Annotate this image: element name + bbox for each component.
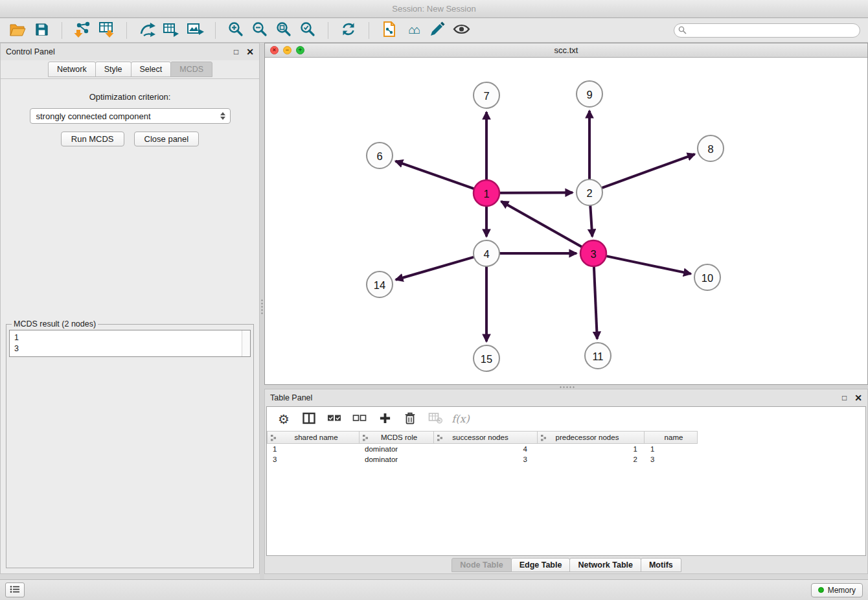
delete-column-button[interactable] bbox=[403, 411, 417, 427]
add-column-button[interactable] bbox=[378, 411, 392, 427]
table-row[interactable]: 3 dominator 3 2 3 bbox=[267, 454, 865, 465]
close-panel-button[interactable]: Close panel bbox=[134, 132, 200, 146]
zoom-fit-button[interactable] bbox=[274, 21, 293, 40]
export-table-button[interactable] bbox=[161, 21, 181, 40]
graph-node-label-1: 1 bbox=[483, 188, 489, 200]
task-history-button[interactable] bbox=[5, 583, 25, 597]
table-row[interactable]: 1 dominator 4 1 1 bbox=[267, 444, 865, 454]
deselect-all-icon bbox=[352, 413, 367, 424]
graph-node-label-11: 11 bbox=[592, 351, 603, 362]
import-table-button[interactable] bbox=[97, 21, 116, 40]
delete-table-button-disabled bbox=[428, 411, 442, 427]
network-graph[interactable]: 7968124314101511 bbox=[265, 58, 867, 384]
mcds-result-title: MCDS result (2 nodes) bbox=[12, 319, 98, 329]
splitter-handle[interactable] bbox=[260, 299, 264, 316]
network-window-title: scc.txt bbox=[265, 45, 867, 55]
column-sort-icon[interactable] bbox=[270, 434, 277, 443]
column-header-name[interactable]: name bbox=[645, 431, 698, 444]
graph-node-label-9: 9 bbox=[586, 89, 592, 100]
mcds-result-box[interactable]: 1 3 bbox=[9, 330, 251, 357]
graph-edge-3-10[interactable] bbox=[606, 256, 691, 274]
mcds-panel-body: Optimization criterion: strongly connect… bbox=[1, 78, 259, 573]
select-all-rows-button[interactable] bbox=[327, 411, 341, 427]
memory-button[interactable]: Memory bbox=[811, 583, 863, 597]
network-canvas[interactable]: 7968124314101511 bbox=[265, 58, 867, 384]
style-brush-button[interactable] bbox=[428, 21, 447, 40]
graph-node-label-14: 14 bbox=[374, 279, 385, 291]
export-network-button[interactable] bbox=[137, 21, 157, 40]
save-session-button[interactable] bbox=[32, 21, 51, 40]
float-panel-icon[interactable]: □ bbox=[234, 47, 238, 56]
graph-edge-4-14[interactable] bbox=[396, 257, 474, 280]
float-panel-icon[interactable]: □ bbox=[842, 393, 847, 402]
column-header-successor-nodes[interactable]: successor nodes bbox=[434, 431, 538, 444]
zoom-in-icon bbox=[227, 21, 244, 40]
zoom-in-button[interactable] bbox=[226, 21, 246, 40]
zoom-fit-icon bbox=[275, 21, 292, 40]
criterion-select[interactable]: strongly connected component bbox=[30, 108, 231, 124]
zoom-selected-button[interactable] bbox=[298, 21, 317, 40]
graph-node-label-2: 2 bbox=[586, 187, 592, 199]
main-toolbar: ⌂⌂ bbox=[0, 18, 868, 43]
folder-open-icon bbox=[9, 22, 26, 39]
optimization-criterion-label: Optimization criterion: bbox=[1, 92, 259, 102]
control-panel-header: Control Panel □ ✕ bbox=[1, 43, 259, 60]
splitter-handle[interactable] bbox=[559, 386, 576, 388]
close-panel-icon[interactable]: ✕ bbox=[246, 47, 254, 57]
toggle-details-button[interactable] bbox=[451, 21, 471, 40]
ndex-import-button[interactable] bbox=[380, 21, 399, 40]
column-header-predecessor-nodes[interactable]: predecessor nodes bbox=[538, 431, 645, 444]
deselect-all-rows-button[interactable] bbox=[352, 411, 367, 427]
run-mcds-button[interactable]: Run MCDS bbox=[61, 132, 124, 146]
tab-node-table[interactable]: Node Table bbox=[451, 558, 511, 572]
column-label: shared name bbox=[294, 433, 337, 441]
tab-mcds[interactable]: MCDS bbox=[170, 62, 212, 77]
graph-edge-2-8[interactable] bbox=[602, 154, 695, 188]
result-scrollbar[interactable] bbox=[242, 330, 250, 356]
graph-node-label-4: 4 bbox=[483, 248, 489, 260]
horizontal-splitter[interactable] bbox=[264, 385, 868, 389]
select-stepper-icon bbox=[218, 110, 227, 122]
column-sort-icon[interactable] bbox=[437, 434, 443, 443]
tab-motifs[interactable]: Motifs bbox=[641, 558, 681, 572]
refresh-view-button[interactable] bbox=[339, 21, 358, 40]
cell-name: 1 bbox=[645, 445, 698, 453]
column-header-shared-name[interactable]: shared name bbox=[267, 431, 360, 444]
graph-edge-3-11[interactable] bbox=[594, 266, 597, 339]
zoom-out-button[interactable] bbox=[250, 21, 269, 40]
graph-edge-1-6[interactable] bbox=[396, 161, 475, 189]
tab-network-table[interactable]: Network Table bbox=[569, 558, 641, 572]
show-columns-button[interactable] bbox=[302, 411, 316, 427]
cell-predecessor-nodes: 2 bbox=[538, 456, 645, 463]
cell-predecessor-nodes: 1 bbox=[538, 445, 645, 453]
tab-select[interactable]: Select bbox=[131, 62, 172, 77]
table-panel-content: ⚙ bbox=[266, 406, 866, 556]
control-panel: Control Panel □ ✕ Network Style Select M… bbox=[0, 43, 260, 574]
minimize-window-icon[interactable]: − bbox=[283, 46, 291, 54]
tab-style[interactable]: Style bbox=[95, 62, 131, 77]
column-sort-icon[interactable] bbox=[540, 434, 547, 443]
column-sort-icon[interactable] bbox=[362, 434, 369, 443]
toolbar-separator bbox=[369, 22, 369, 39]
graph-edge-2-3[interactable] bbox=[590, 205, 592, 237]
tab-edge-table[interactable]: Edge Table bbox=[511, 558, 571, 572]
column-header-mcds-role[interactable]: MCDS role bbox=[360, 431, 434, 444]
control-panel-tabs: Network Style Select MCDS bbox=[1, 60, 259, 77]
cell-mcds-role: dominator bbox=[360, 456, 434, 463]
export-image-button[interactable] bbox=[185, 21, 205, 40]
ndex-browse-button[interactable]: ⌂⌂ bbox=[404, 21, 423, 40]
graph-edge-1-2[interactable] bbox=[499, 192, 573, 193]
select-all-icon bbox=[327, 413, 341, 424]
table-settings-button[interactable]: ⚙ bbox=[277, 411, 291, 427]
vertical-splitter[interactable] bbox=[260, 43, 264, 579]
mcds-result-line: 1 bbox=[14, 332, 246, 343]
zoom-window-icon[interactable]: + bbox=[296, 46, 304, 54]
search-input[interactable] bbox=[674, 23, 860, 38]
function-builder-button[interactable]: f(x) bbox=[453, 411, 468, 427]
close-window-icon[interactable]: × bbox=[270, 46, 279, 54]
open-session-button[interactable] bbox=[8, 21, 27, 40]
import-network-button[interactable] bbox=[73, 21, 92, 40]
close-panel-icon[interactable]: ✕ bbox=[854, 393, 862, 403]
tab-network[interactable]: Network bbox=[48, 62, 96, 77]
graph-edge-3-1[interactable] bbox=[501, 202, 582, 247]
